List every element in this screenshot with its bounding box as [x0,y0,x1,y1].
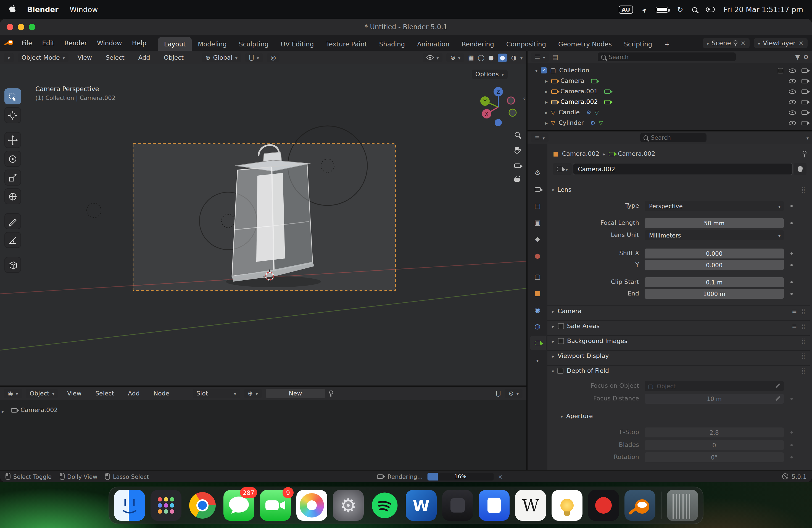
outliner-search[interactable] [598,53,736,61]
node-pin-icon[interactable] [329,390,333,394]
tabs-overflow-icon[interactable] [536,357,539,364]
outliner-row-cylinder[interactable]: ▽ Cylinder ▽ [527,118,812,128]
lens-unit-dropdown[interactable]: Millimeters [644,230,784,240]
viewport-menu-object[interactable]: Object [159,52,189,63]
render-visibility-icon[interactable] [801,100,808,104]
breadcrumb-object[interactable]: Camera.002 [562,150,599,157]
dock-finder[interactable] [114,490,145,521]
object-name[interactable]: Camera.001 [561,88,598,95]
collection-name[interactable]: Collection [559,67,590,74]
dock-messages[interactable]: 287 [223,490,255,521]
dock-spotify[interactable] [369,490,400,521]
control-center-icon[interactable] [706,6,715,12]
animate-dot[interactable] [791,431,793,433]
menubar-app-name[interactable]: Blender [27,5,59,14]
clip-start-field[interactable]: 0.1 m [644,277,784,287]
proportional-editing-toggle[interactable]: ◎ [267,53,280,62]
shading-rendered-button[interactable]: ◑ [511,54,517,61]
3d-viewport[interactable]: Z Y X Camera Perspective (1) Collection … [0,64,526,385]
datablock-name-input[interactable] [573,163,793,175]
tab-animation[interactable]: Animation [411,37,455,51]
tab-tool[interactable] [530,166,546,180]
safe-areas-checkbox[interactable] [557,323,564,329]
camera-panel-header[interactable]: Camera [547,305,810,317]
editor-type-button[interactable] [4,53,14,62]
tab-collection[interactable]: ▢ [530,269,546,284]
tab-compositing[interactable]: Compositing [500,37,552,51]
node-overlay-toggle[interactable]: ⊚ [505,388,523,398]
hide-icon[interactable] [789,89,796,93]
tab-sculpting[interactable]: Sculpting [233,37,275,51]
lens-panel-header[interactable]: Lens [547,184,810,195]
dock-system-settings[interactable] [333,490,364,521]
transform-orientation-selector[interactable]: ⊕ Global [201,53,242,62]
scene-unlink-icon[interactable] [740,39,746,47]
properties-search[interactable] [640,133,707,142]
tab-output[interactable]: ▤ [530,199,546,213]
dock-wikipedia[interactable] [515,490,546,521]
tool-scale[interactable] [4,170,21,186]
viewport-menu-select[interactable]: Select [101,52,130,63]
tab-object[interactable]: ■ [530,286,546,300]
animate-dot[interactable] [791,444,793,446]
tab-modeling[interactable]: Modeling [192,37,233,51]
viewlayer-selector[interactable]: ViewLayer [754,38,808,48]
tab-layout[interactable]: Layout [158,37,192,51]
properties-pin-icon[interactable] [802,151,807,155]
dock-facetime[interactable]: 9 [260,490,291,521]
dock-photos[interactable] [296,490,327,521]
filter-icon[interactable]: ▼ [795,53,800,60]
expand-icon[interactable] [545,109,548,116]
dock-red-logo-app[interactable] [588,490,619,521]
spotlight-search-icon[interactable] [692,7,697,12]
overlays-toggle[interactable]: ⊚ [446,53,464,62]
camera-lock-icon[interactable] [514,178,520,182]
outliner-row-camera-001[interactable]: Camera.001 [527,86,812,97]
tab-render[interactable] [530,182,546,196]
fake-user-button[interactable] [794,163,807,175]
node-shader-type-selector[interactable]: Object [26,388,58,398]
tab-scene[interactable]: ◆ [530,232,546,246]
dock-launchpad[interactable] [150,490,182,521]
hide-icon[interactable] [789,121,796,125]
node-menu-add[interactable]: Add [123,388,145,398]
eyedropper-icon[interactable] [775,395,781,401]
aperture-subpanel-header[interactable]: Aperture [547,410,810,421]
add-workspace-button[interactable]: + [658,37,676,51]
options-dropdown[interactable]: Options [472,70,508,79]
drag-handle-icon[interactable] [801,323,806,330]
background-images-checkbox[interactable] [557,338,564,344]
animate-dot[interactable] [791,292,793,295]
breadcrumb-data[interactable]: Camera.002 [618,150,655,157]
node-menu-node[interactable]: Node [149,388,174,398]
outliner-row-camera[interactable]: Camera [527,76,812,86]
lantern-object[interactable] [232,145,314,282]
tool-measure[interactable] [4,232,21,248]
node-snapping-icon[interactable]: ⋃ [496,390,501,397]
menu-edit[interactable]: Edit [37,38,60,48]
apple-logo-icon[interactable] [9,4,16,14]
rotation-field[interactable]: 0° [644,452,784,462]
depth-of-field-checkbox[interactable] [557,368,563,374]
node-menu-select[interactable]: Select [90,388,119,398]
new-material-button[interactable]: New [266,388,325,398]
animate-dot[interactable] [791,456,793,458]
object-name[interactable]: Cylinder [559,119,584,127]
dock-blender[interactable] [624,490,655,521]
viewport-menu-view[interactable]: View [73,52,97,63]
sidebar-toggle-icon[interactable] [523,95,525,102]
object-name[interactable]: Candle [559,109,579,116]
menu-window[interactable]: Window [92,38,127,48]
scene-pin-icon[interactable] [734,40,738,44]
tool-cursor[interactable] [4,107,21,123]
expand-icon[interactable] [545,88,548,95]
sync-icon[interactable] [677,5,683,14]
presets-icon[interactable] [792,323,797,330]
dock-lightbulb-app[interactable] [552,490,582,521]
hide-icon[interactable] [789,110,796,115]
tab-world[interactable]: ● [530,249,546,263]
shading-solid-button[interactable]: ● [488,54,494,61]
tab-shading[interactable]: Shading [373,37,411,51]
tab-texture-paint[interactable]: Texture Paint [320,37,373,51]
tab-uv-editing[interactable]: UV Editing [275,37,320,51]
